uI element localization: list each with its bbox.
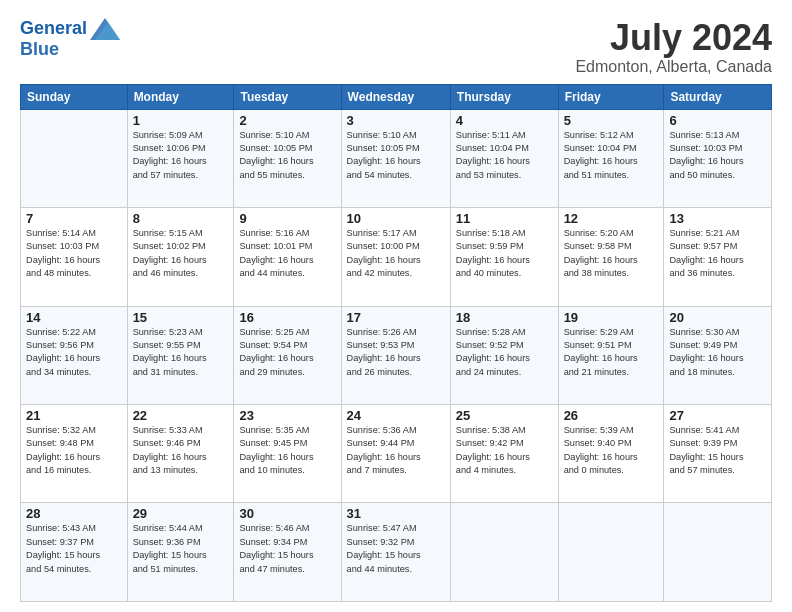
cell-text: Sunrise: 5:36 AMSunset: 9:44 PMDaylight:…	[347, 424, 445, 477]
logo-icon	[90, 18, 120, 40]
day-number: 11	[456, 211, 553, 226]
col-saturday: Saturday	[664, 84, 772, 109]
cell-w3-d2: 15Sunrise: 5:23 AMSunset: 9:55 PMDayligh…	[127, 306, 234, 404]
cell-w4-d6: 26Sunrise: 5:39 AMSunset: 9:40 PMDayligh…	[558, 405, 664, 503]
day-number: 1	[133, 113, 229, 128]
day-number: 10	[347, 211, 445, 226]
col-monday: Monday	[127, 84, 234, 109]
day-number: 4	[456, 113, 553, 128]
cell-w3-d1: 14Sunrise: 5:22 AMSunset: 9:56 PMDayligh…	[21, 306, 128, 404]
cell-w5-d6	[558, 503, 664, 602]
cell-text: Sunrise: 5:30 AMSunset: 9:49 PMDaylight:…	[669, 326, 766, 379]
logo-text: General	[20, 19, 87, 39]
cell-w5-d1: 28Sunrise: 5:43 AMSunset: 9:37 PMDayligh…	[21, 503, 128, 602]
calendar-table: Sunday Monday Tuesday Wednesday Thursday…	[20, 84, 772, 602]
cell-text: Sunrise: 5:10 AMSunset: 10:05 PMDaylight…	[239, 129, 335, 182]
cell-text: Sunrise: 5:32 AMSunset: 9:48 PMDaylight:…	[26, 424, 122, 477]
day-number: 8	[133, 211, 229, 226]
day-number: 27	[669, 408, 766, 423]
cell-w5-d2: 29Sunrise: 5:44 AMSunset: 9:36 PMDayligh…	[127, 503, 234, 602]
week-row-2: 7Sunrise: 5:14 AMSunset: 10:03 PMDayligh…	[21, 208, 772, 306]
cell-text: Sunrise: 5:38 AMSunset: 9:42 PMDaylight:…	[456, 424, 553, 477]
cell-text: Sunrise: 5:44 AMSunset: 9:36 PMDaylight:…	[133, 522, 229, 575]
cell-w5-d3: 30Sunrise: 5:46 AMSunset: 9:34 PMDayligh…	[234, 503, 341, 602]
day-number: 20	[669, 310, 766, 325]
day-number: 22	[133, 408, 229, 423]
cell-w3-d4: 17Sunrise: 5:26 AMSunset: 9:53 PMDayligh…	[341, 306, 450, 404]
day-number: 6	[669, 113, 766, 128]
day-number: 15	[133, 310, 229, 325]
cell-w1-d5: 4Sunrise: 5:11 AMSunset: 10:04 PMDayligh…	[450, 109, 558, 207]
cell-w2-d4: 10Sunrise: 5:17 AMSunset: 10:00 PMDaylig…	[341, 208, 450, 306]
cell-w2-d7: 13Sunrise: 5:21 AMSunset: 9:57 PMDayligh…	[664, 208, 772, 306]
cell-text: Sunrise: 5:11 AMSunset: 10:04 PMDaylight…	[456, 129, 553, 182]
day-number: 28	[26, 506, 122, 521]
cell-text: Sunrise: 5:16 AMSunset: 10:01 PMDaylight…	[239, 227, 335, 280]
cell-w2-d2: 8Sunrise: 5:15 AMSunset: 10:02 PMDayligh…	[127, 208, 234, 306]
week-row-1: 1Sunrise: 5:09 AMSunset: 10:06 PMDayligh…	[21, 109, 772, 207]
cell-text: Sunrise: 5:18 AMSunset: 9:59 PMDaylight:…	[456, 227, 553, 280]
day-number: 23	[239, 408, 335, 423]
week-row-5: 28Sunrise: 5:43 AMSunset: 9:37 PMDayligh…	[21, 503, 772, 602]
cell-text: Sunrise: 5:14 AMSunset: 10:03 PMDaylight…	[26, 227, 122, 280]
cell-text: Sunrise: 5:29 AMSunset: 9:51 PMDaylight:…	[564, 326, 659, 379]
col-sunday: Sunday	[21, 84, 128, 109]
cell-w3-d5: 18Sunrise: 5:28 AMSunset: 9:52 PMDayligh…	[450, 306, 558, 404]
cell-w1-d4: 3Sunrise: 5:10 AMSunset: 10:05 PMDayligh…	[341, 109, 450, 207]
cell-text: Sunrise: 5:15 AMSunset: 10:02 PMDaylight…	[133, 227, 229, 280]
cell-text: Sunrise: 5:46 AMSunset: 9:34 PMDaylight:…	[239, 522, 335, 575]
cell-w4-d1: 21Sunrise: 5:32 AMSunset: 9:48 PMDayligh…	[21, 405, 128, 503]
logo: General Blue	[20, 18, 120, 60]
month-title: July 2024	[575, 18, 772, 58]
col-wednesday: Wednesday	[341, 84, 450, 109]
day-number: 26	[564, 408, 659, 423]
header: General Blue July 2024 Edmonton, Alberta…	[20, 18, 772, 76]
cell-text: Sunrise: 5:28 AMSunset: 9:52 PMDaylight:…	[456, 326, 553, 379]
day-number: 29	[133, 506, 229, 521]
cell-w2-d5: 11Sunrise: 5:18 AMSunset: 9:59 PMDayligh…	[450, 208, 558, 306]
cell-text: Sunrise: 5:12 AMSunset: 10:04 PMDaylight…	[564, 129, 659, 182]
cell-w1-d7: 6Sunrise: 5:13 AMSunset: 10:03 PMDayligh…	[664, 109, 772, 207]
cell-text: Sunrise: 5:35 AMSunset: 9:45 PMDaylight:…	[239, 424, 335, 477]
title-block: July 2024 Edmonton, Alberta, Canada	[575, 18, 772, 76]
day-number: 31	[347, 506, 445, 521]
day-number: 2	[239, 113, 335, 128]
cell-text: Sunrise: 5:41 AMSunset: 9:39 PMDaylight:…	[669, 424, 766, 477]
cell-w1-d1	[21, 109, 128, 207]
day-number: 13	[669, 211, 766, 226]
day-number: 7	[26, 211, 122, 226]
cell-text: Sunrise: 5:33 AMSunset: 9:46 PMDaylight:…	[133, 424, 229, 477]
cell-w5-d7	[664, 503, 772, 602]
week-row-4: 21Sunrise: 5:32 AMSunset: 9:48 PMDayligh…	[21, 405, 772, 503]
day-number: 21	[26, 408, 122, 423]
cell-w3-d6: 19Sunrise: 5:29 AMSunset: 9:51 PMDayligh…	[558, 306, 664, 404]
cell-text: Sunrise: 5:13 AMSunset: 10:03 PMDaylight…	[669, 129, 766, 182]
page: General Blue July 2024 Edmonton, Alberta…	[0, 0, 792, 612]
col-tuesday: Tuesday	[234, 84, 341, 109]
day-number: 30	[239, 506, 335, 521]
day-number: 9	[239, 211, 335, 226]
cell-w4-d4: 24Sunrise: 5:36 AMSunset: 9:44 PMDayligh…	[341, 405, 450, 503]
cell-text: Sunrise: 5:20 AMSunset: 9:58 PMDaylight:…	[564, 227, 659, 280]
logo-blue-text: Blue	[20, 40, 59, 60]
cell-text: Sunrise: 5:22 AMSunset: 9:56 PMDaylight:…	[26, 326, 122, 379]
day-number: 14	[26, 310, 122, 325]
cell-text: Sunrise: 5:43 AMSunset: 9:37 PMDaylight:…	[26, 522, 122, 575]
day-number: 25	[456, 408, 553, 423]
cell-text: Sunrise: 5:09 AMSunset: 10:06 PMDaylight…	[133, 129, 229, 182]
cell-w4-d5: 25Sunrise: 5:38 AMSunset: 9:42 PMDayligh…	[450, 405, 558, 503]
day-number: 12	[564, 211, 659, 226]
cell-w4-d2: 22Sunrise: 5:33 AMSunset: 9:46 PMDayligh…	[127, 405, 234, 503]
cell-w4-d7: 27Sunrise: 5:41 AMSunset: 9:39 PMDayligh…	[664, 405, 772, 503]
cell-text: Sunrise: 5:10 AMSunset: 10:05 PMDaylight…	[347, 129, 445, 182]
cell-w1-d3: 2Sunrise: 5:10 AMSunset: 10:05 PMDayligh…	[234, 109, 341, 207]
header-row: Sunday Monday Tuesday Wednesday Thursday…	[21, 84, 772, 109]
cell-w2-d6: 12Sunrise: 5:20 AMSunset: 9:58 PMDayligh…	[558, 208, 664, 306]
week-row-3: 14Sunrise: 5:22 AMSunset: 9:56 PMDayligh…	[21, 306, 772, 404]
day-number: 16	[239, 310, 335, 325]
cell-w1-d2: 1Sunrise: 5:09 AMSunset: 10:06 PMDayligh…	[127, 109, 234, 207]
col-friday: Friday	[558, 84, 664, 109]
day-number: 19	[564, 310, 659, 325]
day-number: 3	[347, 113, 445, 128]
cell-w1-d6: 5Sunrise: 5:12 AMSunset: 10:04 PMDayligh…	[558, 109, 664, 207]
